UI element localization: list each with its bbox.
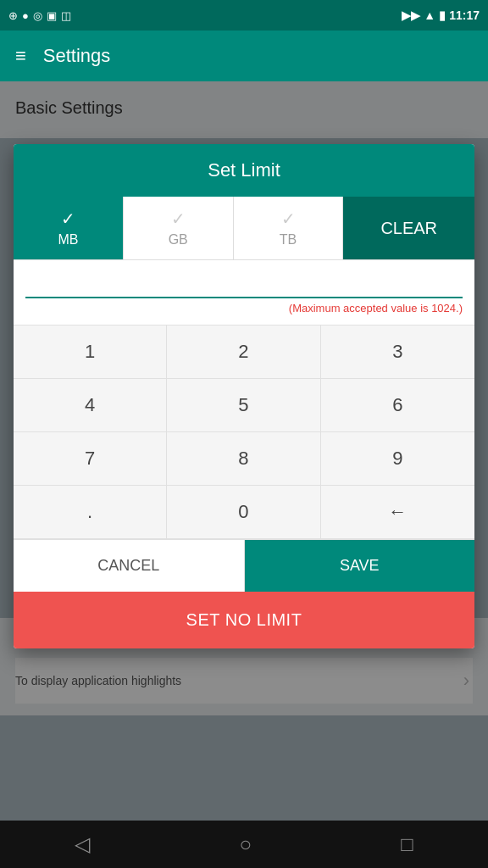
set-no-limit-button[interactable]: SET NO LIMIT <box>14 592 474 648</box>
app-icon-5: ◫ <box>61 9 71 22</box>
app-bar-title: Settings <box>43 45 111 67</box>
key-1[interactable]: 1 <box>14 326 167 379</box>
battery-icon: ▮ <box>439 8 446 22</box>
signal-icon: ▶▶ <box>402 8 420 22</box>
key-dot[interactable]: . <box>14 486 167 539</box>
status-right: ▶▶ ▲ ▮ 11:17 <box>402 8 480 22</box>
dialog-title: Set Limit <box>14 144 474 197</box>
limit-input[interactable] <box>25 269 463 298</box>
input-area: (Maximum accepted value is 1024.) <box>14 260 474 325</box>
key-9[interactable]: 9 <box>321 432 474 486</box>
save-button[interactable]: SAVE <box>245 540 475 592</box>
unit-tb-button[interactable]: ✓ TB <box>234 197 344 259</box>
status-icons-left: ⊕ ● ◎ ▣ ◫ <box>8 9 71 22</box>
set-limit-dialog: Set Limit ✓ MB ✓ GB ✓ TB CLEAR (Maximum … <box>14 144 474 648</box>
cancel-button[interactable]: CANCEL <box>14 540 245 592</box>
app-icon-3: ◎ <box>33 9 42 22</box>
unit-tb-label: TB <box>280 232 297 248</box>
key-7[interactable]: 7 <box>14 432 167 486</box>
action-row: CANCEL SAVE <box>14 539 474 592</box>
app-icon-4: ▣ <box>47 9 57 22</box>
key-backspace[interactable]: ← <box>321 486 474 539</box>
gb-check-icon: ✓ <box>171 209 186 229</box>
key-6[interactable]: 6 <box>321 379 474 432</box>
unit-gb-label: GB <box>169 232 188 248</box>
clear-label: CLEAR <box>380 219 437 238</box>
key-4[interactable]: 4 <box>14 379 167 432</box>
mb-check-icon: ✓ <box>61 209 75 229</box>
app-icon-2: ● <box>22 9 29 22</box>
key-5[interactable]: 5 <box>167 379 320 432</box>
tb-check-icon: ✓ <box>281 209 296 229</box>
hamburger-icon[interactable]: ≡ <box>15 45 26 67</box>
numpad: 1 2 3 4 5 6 7 8 9 . 0 ← <box>14 325 474 539</box>
time-display: 11:17 <box>449 8 480 22</box>
key-2[interactable]: 2 <box>167 326 320 379</box>
unit-gb-button[interactable]: ✓ GB <box>124 197 234 259</box>
key-3[interactable]: 3 <box>321 326 474 379</box>
key-8[interactable]: 8 <box>167 432 320 486</box>
unit-mb-button[interactable]: ✓ MB <box>14 197 124 259</box>
status-bar: ⊕ ● ◎ ▣ ◫ ▶▶ ▲ ▮ 11:17 <box>0 0 488 31</box>
unit-selector: ✓ MB ✓ GB ✓ TB CLEAR <box>14 197 474 260</box>
wifi-icon: ▲ <box>424 8 435 22</box>
unit-mb-label: MB <box>58 232 78 248</box>
app-bar: ≡ Settings <box>0 31 488 81</box>
clear-button[interactable]: CLEAR <box>343 197 474 259</box>
max-note: (Maximum accepted value is 1024.) <box>25 298 463 321</box>
key-0[interactable]: 0 <box>167 486 320 539</box>
app-icon-1: ⊕ <box>8 9 18 22</box>
